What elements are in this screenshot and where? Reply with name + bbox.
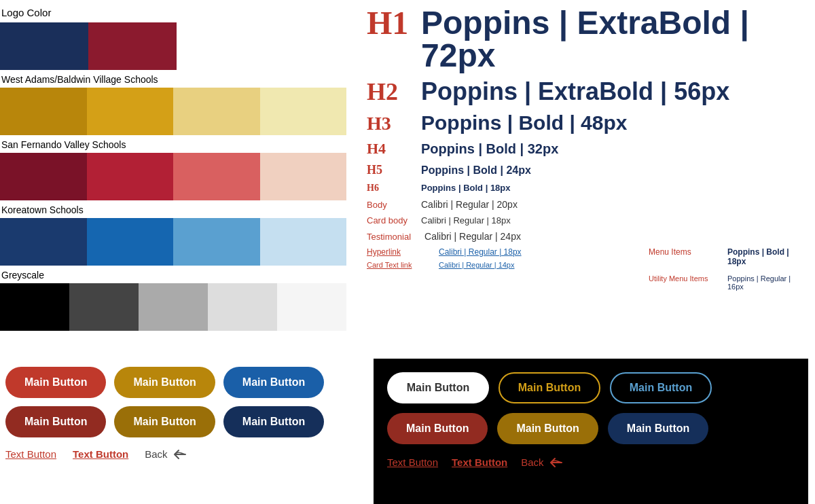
typo-h5-value: Poppins | Bold | 24px <box>421 164 531 177</box>
typo-h1-value: Poppins | ExtraBold | 72px <box>421 7 808 72</box>
typo-h2-value: Poppins | ExtraBold | 56px <box>421 77 729 106</box>
typo-body-label: Body <box>367 200 408 210</box>
dark-back-arrow-icon <box>548 457 563 468</box>
menu-items-value: Poppins | Bold | 18px <box>727 247 808 266</box>
swatch-gold-dark <box>0 88 87 135</box>
swatch-red-light <box>173 153 260 200</box>
links-menu-columns: Hyperlink Calibri | Regular | 18px Card … <box>367 247 808 291</box>
dark-btn-row-1: Main Button Main Button Main Button <box>387 372 795 403</box>
typo-h1-row: H1 Poppins | ExtraBold | 72px <box>367 7 808 72</box>
text-button-2[interactable]: Text Button <box>73 448 128 460</box>
typo-h2-label: H2 <box>367 77 408 106</box>
dark-main-button-outline-blue[interactable]: Main Button <box>610 372 712 403</box>
dark-main-button-gold[interactable]: Main Button <box>497 413 598 444</box>
menu-items-row: Menu Items Poppins | Bold | 18px <box>649 247 808 266</box>
typo-h6-label: H6 <box>367 183 408 194</box>
logo-color-row <box>0 22 177 70</box>
main-button-blue-dark[interactable]: Main Button <box>223 406 324 437</box>
typo-h5-label: H5 <box>367 163 408 177</box>
typo-cardbody-label: Card body <box>367 215 408 226</box>
logo-swatch-crimson <box>88 22 177 70</box>
typo-h4-label: H4 <box>367 140 408 158</box>
main-button-red[interactable]: Main Button <box>5 367 106 398</box>
typo-h1-label: H1 <box>367 7 408 39</box>
back-label-light: Back <box>145 448 167 460</box>
btn-row-2: Main Button Main Button Main Button <box>5 406 353 437</box>
swatch-gold-light <box>173 88 260 135</box>
dark-text-button-1[interactable]: Text Button <box>387 456 438 468</box>
dark-text-button-2[interactable]: Text Button <box>452 456 507 468</box>
hyperlink-value: Calibri | Regular | 18px <box>439 247 522 257</box>
typo-h6-value: Poppins | Bold | 18px <box>421 183 511 193</box>
school-label-koreatown: Koreatown Schools <box>0 204 353 215</box>
typo-h4-row: H4 Poppins | Bold | 32px <box>367 140 808 158</box>
swatch-white-off <box>277 283 346 331</box>
swatch-gold-mid <box>87 88 174 135</box>
greyscale-color-row <box>0 283 346 331</box>
card-text-link-label: Card Text link <box>367 261 428 269</box>
back-button-light[interactable]: Back <box>145 448 186 460</box>
typography-panel: H1 Poppins | ExtraBold | 72px H2 Poppins… <box>367 0 808 291</box>
typo-body-row: Body Calibri | Regular | 20px <box>367 199 808 210</box>
swatch-blue-light <box>173 218 260 266</box>
utility-menu-value: Poppins | Regular | 16px <box>727 274 808 291</box>
koreatown-color-row <box>0 218 346 266</box>
main-button-gold[interactable]: Main Button <box>114 367 215 398</box>
links-col: Hyperlink Calibri | Regular | 18px Card … <box>367 247 526 291</box>
main-button-red-dark[interactable]: Main Button <box>5 406 106 437</box>
menu-col: Menu Items Poppins | Bold | 18px Utility… <box>649 247 808 291</box>
utility-menu-row: Utility Menu Items Poppins | Regular | 1… <box>649 274 808 291</box>
menu-items-label: Menu Items <box>649 247 717 257</box>
main-button-blue[interactable]: Main Button <box>223 367 324 398</box>
swatch-black <box>0 283 69 331</box>
card-text-link-value: Calibri | Regular | 14px <box>439 261 515 269</box>
card-text-link-row: Card Text link Calibri | Regular | 14px <box>367 261 526 269</box>
typo-h3-value: Poppins | Bold | 48px <box>421 111 628 134</box>
left-panel: Logo Color West Adams/Baldwin Village Sc… <box>0 0 353 331</box>
typo-testimonial-label: Testimonial <box>367 232 411 242</box>
swatch-blue-mid <box>87 218 174 266</box>
swatch-gray-dark <box>69 283 139 331</box>
typo-h3-row: H3 Poppins | Bold | 48px <box>367 111 808 134</box>
buttons-dark-section: Main Button Main Button Main Button Main… <box>374 359 808 504</box>
typo-h3-label: H3 <box>367 113 408 134</box>
dark-main-button-outline-gold[interactable]: Main Button <box>499 372 600 403</box>
swatch-red-dark <box>0 153 87 200</box>
typo-cardbody-value: Calibri | Regular | 18px <box>421 215 511 226</box>
typo-h6-row: H6 Poppins | Bold | 18px <box>367 183 808 194</box>
logo-color-title: Logo Color <box>0 7 353 18</box>
swatch-pink-light <box>260 153 347 200</box>
dark-main-button-red[interactable]: Main Button <box>387 413 488 444</box>
west-adams-color-row <box>0 88 346 135</box>
typo-cardbody-row: Card body Calibri | Regular | 18px <box>367 215 808 226</box>
dark-main-button-white[interactable]: Main Button <box>387 372 489 403</box>
swatch-blue-pale <box>260 218 347 266</box>
buttons-light-section: Main Button Main Button Main Button Main… <box>0 359 353 460</box>
swatch-gray-mid <box>139 283 208 331</box>
swatch-blue-dark <box>0 218 87 266</box>
sfv-color-row <box>0 153 346 200</box>
dark-main-button-navy[interactable]: Main Button <box>608 413 708 444</box>
logo-swatch-navy <box>0 22 88 70</box>
typo-h2-row: H2 Poppins | ExtraBold | 56px <box>367 77 808 106</box>
typo-body-value: Calibri | Regular | 20px <box>421 199 518 210</box>
text-buttons-light: Text Button Text Button Back <box>5 446 353 460</box>
dark-btn-row-2: Main Button Main Button Main Button <box>387 413 795 444</box>
swatch-red-mid <box>87 153 174 200</box>
school-label-west-adams: West Adams/Baldwin Village Schools <box>0 74 353 85</box>
btn-row-1: Main Button Main Button Main Button <box>5 367 353 398</box>
text-buttons-dark: Text Button Text Button Back <box>387 454 795 468</box>
swatch-cream <box>260 88 347 135</box>
dark-back-button[interactable]: Back <box>521 456 562 468</box>
typo-h5-row: H5 Poppins | Bold | 24px <box>367 163 808 177</box>
school-label-sfv: San Fernando Valley Schools <box>0 139 353 150</box>
back-arrow-icon <box>172 449 187 460</box>
hyperlink-label: Hyperlink <box>367 247 428 257</box>
school-label-greyscale: Greyscale <box>0 270 353 281</box>
typo-testimonial-row: Testimonial Calibri | Regular | 24px <box>367 231 808 242</box>
main-button-gold-dark[interactable]: Main Button <box>114 406 215 437</box>
dark-back-label: Back <box>521 456 543 468</box>
utility-menu-label: Utility Menu Items <box>649 274 717 283</box>
typo-h4-value: Poppins | Bold | 32px <box>421 141 558 157</box>
text-button-1[interactable]: Text Button <box>5 448 56 460</box>
